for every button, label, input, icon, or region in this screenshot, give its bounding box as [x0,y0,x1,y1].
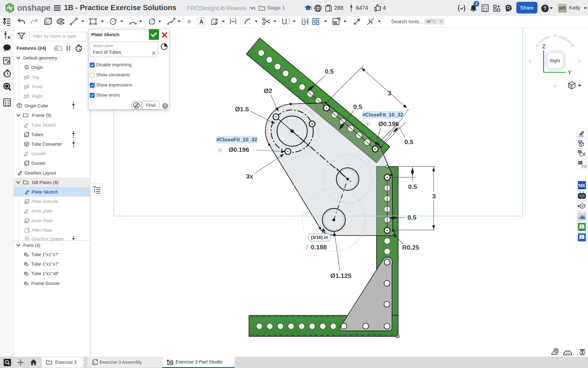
svg-text:#CloseFit_10_32: #CloseFit_10_32 [216,137,257,143]
svg-text:Ø0.196: Ø0.196 [228,146,249,153]
svg-text:Ø1.125: Ø1.125 [330,272,352,279]
svg-text:(x): (x) [582,164,586,168]
svg-text:#CloseFit_10_32: #CloseFit_10_32 [362,112,403,118]
svg-text:fx: fx [367,121,371,127]
svg-text:?: ? [164,104,167,108]
svg-text:Ø2: Ø2 [264,87,272,94]
svg-text:3: 3 [432,193,436,200]
svg-text:0.5: 0.5 [325,68,334,75]
svg-text:0.5: 0.5 [408,183,417,190]
svg-text:0.188: 0.188 [311,243,327,251]
svg-text:Ø0.196: Ø0.196 [378,120,399,127]
svg-text:(3/16) in: (3/16) in [311,235,328,240]
svg-text:0.5: 0.5 [404,138,413,145]
svg-text:R0.25: R0.25 [402,244,419,251]
svg-text:MK: MK [578,183,586,188]
svg-text:0.5: 0.5 [353,103,362,110]
svg-text:Ø1.5: Ø1.5 [235,105,249,113]
svg-text:Z: Z [542,44,546,50]
svg-text:Y: Y [568,70,571,76]
svg-text:3: 3 [388,90,391,97]
svg-text:f: f [306,244,309,250]
svg-text:Right: Right [550,58,560,63]
svg-text:3x: 3x [246,173,253,180]
svg-text:fx: fx [218,147,222,153]
svg-text:0.5: 0.5 [407,214,417,221]
